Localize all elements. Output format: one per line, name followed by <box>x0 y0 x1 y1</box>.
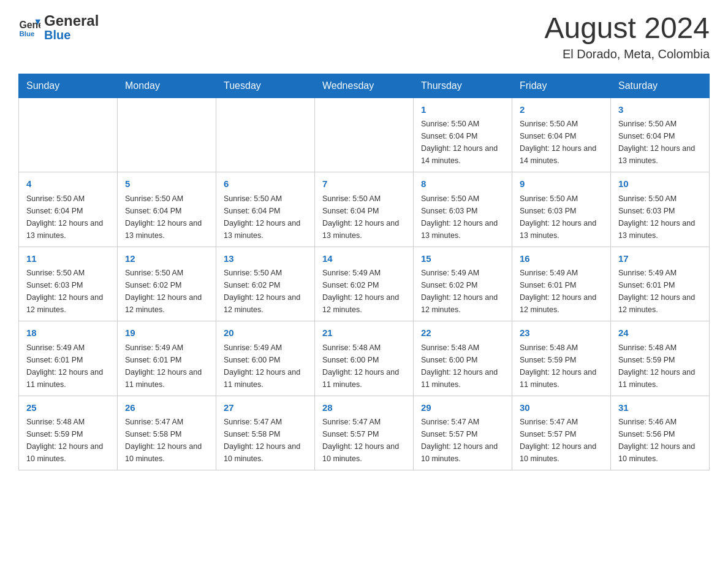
day-number: 14 <box>322 252 406 266</box>
day-info: Sunrise: 5:46 AM Sunset: 5:56 PM Dayligh… <box>618 416 702 465</box>
calendar-cell: 7Sunrise: 5:50 AM Sunset: 6:04 PM Daylig… <box>315 172 414 247</box>
day-number: 20 <box>224 326 307 340</box>
calendar-cell: 30Sunrise: 5:47 AM Sunset: 5:57 PM Dayli… <box>512 396 611 470</box>
day-info: Sunrise: 5:50 AM Sunset: 6:04 PM Dayligh… <box>322 193 406 242</box>
day-number: 4 <box>26 177 110 191</box>
day-info: Sunrise: 5:47 AM Sunset: 5:57 PM Dayligh… <box>322 416 406 465</box>
calendar-week-3: 11Sunrise: 5:50 AM Sunset: 6:03 PM Dayli… <box>19 247 710 321</box>
day-info: Sunrise: 5:50 AM Sunset: 6:04 PM Dayligh… <box>520 118 603 167</box>
day-number: 22 <box>421 326 504 340</box>
calendar-cell: 17Sunrise: 5:49 AM Sunset: 6:01 PM Dayli… <box>611 247 710 321</box>
day-info: Sunrise: 5:50 AM Sunset: 6:04 PM Dayligh… <box>421 118 504 167</box>
day-number: 16 <box>520 252 603 266</box>
day-number: 6 <box>224 177 307 191</box>
day-info: Sunrise: 5:49 AM Sunset: 6:01 PM Dayligh… <box>26 342 110 391</box>
day-number: 19 <box>125 326 208 340</box>
calendar-header-row: SundayMondayTuesdayWednesdayThursdayFrid… <box>19 74 710 98</box>
calendar-subtitle: El Dorado, Meta, Colombia <box>544 47 710 61</box>
logo-icon: General Blue <box>18 16 40 38</box>
day-info: Sunrise: 5:49 AM Sunset: 6:01 PM Dayligh… <box>520 267 603 316</box>
calendar-cell: 23Sunrise: 5:48 AM Sunset: 5:59 PM Dayli… <box>512 321 611 396</box>
title-section: August 2024 El Dorado, Meta, Colombia <box>544 12 710 61</box>
day-number: 7 <box>322 177 406 191</box>
day-number: 25 <box>26 401 110 415</box>
day-number: 3 <box>618 103 702 117</box>
calendar-cell: 26Sunrise: 5:47 AM Sunset: 5:58 PM Dayli… <box>118 396 216 470</box>
calendar-cell: 28Sunrise: 5:47 AM Sunset: 5:57 PM Dayli… <box>315 396 414 470</box>
calendar-cell: 20Sunrise: 5:49 AM Sunset: 6:00 PM Dayli… <box>216 321 315 396</box>
calendar-cell: 10Sunrise: 5:50 AM Sunset: 6:03 PM Dayli… <box>611 172 710 247</box>
calendar-cell: 16Sunrise: 5:49 AM Sunset: 6:01 PM Dayli… <box>512 247 611 321</box>
day-number: 10 <box>618 177 702 191</box>
calendar-cell <box>216 98 315 172</box>
logo: General Blue General Blue <box>18 12 99 42</box>
calendar-cell: 22Sunrise: 5:48 AM Sunset: 6:00 PM Dayli… <box>414 321 512 396</box>
calendar-cell: 24Sunrise: 5:48 AM Sunset: 5:59 PM Dayli… <box>611 321 710 396</box>
day-info: Sunrise: 5:50 AM Sunset: 6:03 PM Dayligh… <box>421 193 504 242</box>
day-info: Sunrise: 5:50 AM Sunset: 6:03 PM Dayligh… <box>26 267 110 316</box>
day-number: 18 <box>26 326 110 340</box>
calendar-table: SundayMondayTuesdayWednesdayThursdayFrid… <box>18 74 710 471</box>
day-number: 24 <box>618 326 702 340</box>
day-info: Sunrise: 5:50 AM Sunset: 6:02 PM Dayligh… <box>125 267 208 316</box>
calendar-cell: 1Sunrise: 5:50 AM Sunset: 6:04 PM Daylig… <box>414 98 512 172</box>
day-info: Sunrise: 5:50 AM Sunset: 6:04 PM Dayligh… <box>125 193 208 242</box>
calendar-title: August 2024 <box>544 12 710 45</box>
calendar-cell: 31Sunrise: 5:46 AM Sunset: 5:56 PM Dayli… <box>611 396 710 470</box>
day-number: 15 <box>421 252 504 266</box>
day-info: Sunrise: 5:48 AM Sunset: 6:00 PM Dayligh… <box>322 342 406 391</box>
day-number: 28 <box>322 401 406 415</box>
calendar-cell: 29Sunrise: 5:47 AM Sunset: 5:57 PM Dayli… <box>414 396 512 470</box>
day-info: Sunrise: 5:48 AM Sunset: 6:00 PM Dayligh… <box>421 342 504 391</box>
calendar-cell: 8Sunrise: 5:50 AM Sunset: 6:03 PM Daylig… <box>414 172 512 247</box>
day-number: 13 <box>224 252 307 266</box>
calendar-week-1: 1Sunrise: 5:50 AM Sunset: 6:04 PM Daylig… <box>19 98 710 172</box>
calendar-cell: 5Sunrise: 5:50 AM Sunset: 6:04 PM Daylig… <box>118 172 216 247</box>
day-info: Sunrise: 5:47 AM Sunset: 5:57 PM Dayligh… <box>520 416 603 465</box>
day-number: 27 <box>224 401 307 415</box>
page-header: General Blue General Blue August 2024 El… <box>18 12 710 61</box>
calendar-cell: 11Sunrise: 5:50 AM Sunset: 6:03 PM Dayli… <box>19 247 118 321</box>
day-number: 11 <box>26 252 110 266</box>
calendar-header-thursday: Thursday <box>414 74 512 98</box>
day-info: Sunrise: 5:49 AM Sunset: 6:01 PM Dayligh… <box>125 342 208 391</box>
day-info: Sunrise: 5:50 AM Sunset: 6:02 PM Dayligh… <box>224 267 307 316</box>
day-info: Sunrise: 5:50 AM Sunset: 6:04 PM Dayligh… <box>618 118 702 167</box>
day-info: Sunrise: 5:47 AM Sunset: 5:58 PM Dayligh… <box>224 416 307 465</box>
calendar-cell: 9Sunrise: 5:50 AM Sunset: 6:03 PM Daylig… <box>512 172 611 247</box>
day-number: 31 <box>618 401 702 415</box>
calendar-cell: 6Sunrise: 5:50 AM Sunset: 6:04 PM Daylig… <box>216 172 315 247</box>
day-info: Sunrise: 5:47 AM Sunset: 5:57 PM Dayligh… <box>421 416 504 465</box>
day-number: 5 <box>125 177 208 191</box>
calendar-cell <box>118 98 216 172</box>
calendar-cell: 15Sunrise: 5:49 AM Sunset: 6:02 PM Dayli… <box>414 247 512 321</box>
calendar-header-tuesday: Tuesday <box>216 74 315 98</box>
day-number: 12 <box>125 252 208 266</box>
day-number: 21 <box>322 326 406 340</box>
calendar-cell: 4Sunrise: 5:50 AM Sunset: 6:04 PM Daylig… <box>19 172 118 247</box>
calendar-header-sunday: Sunday <box>19 74 118 98</box>
day-info: Sunrise: 5:48 AM Sunset: 5:59 PM Dayligh… <box>520 342 603 391</box>
calendar-cell: 14Sunrise: 5:49 AM Sunset: 6:02 PM Dayli… <box>315 247 414 321</box>
calendar-cell: 27Sunrise: 5:47 AM Sunset: 5:58 PM Dayli… <box>216 396 315 470</box>
day-info: Sunrise: 5:50 AM Sunset: 6:03 PM Dayligh… <box>618 193 702 242</box>
day-info: Sunrise: 5:49 AM Sunset: 6:00 PM Dayligh… <box>224 342 307 391</box>
calendar-cell: 3Sunrise: 5:50 AM Sunset: 6:04 PM Daylig… <box>611 98 710 172</box>
day-info: Sunrise: 5:50 AM Sunset: 6:04 PM Dayligh… <box>26 193 110 242</box>
day-number: 29 <box>421 401 504 415</box>
calendar-cell <box>19 98 118 172</box>
day-number: 17 <box>618 252 702 266</box>
calendar-cell: 25Sunrise: 5:48 AM Sunset: 5:59 PM Dayli… <box>19 396 118 470</box>
day-number: 26 <box>125 401 208 415</box>
logo-blue: Blue <box>44 28 99 42</box>
day-number: 1 <box>421 103 504 117</box>
calendar-cell: 21Sunrise: 5:48 AM Sunset: 6:00 PM Dayli… <box>315 321 414 396</box>
calendar-cell: 13Sunrise: 5:50 AM Sunset: 6:02 PM Dayli… <box>216 247 315 321</box>
calendar-week-5: 25Sunrise: 5:48 AM Sunset: 5:59 PM Dayli… <box>19 396 710 470</box>
day-number: 8 <box>421 177 504 191</box>
calendar-cell: 19Sunrise: 5:49 AM Sunset: 6:01 PM Dayli… <box>118 321 216 396</box>
day-number: 30 <box>520 401 603 415</box>
day-info: Sunrise: 5:48 AM Sunset: 5:59 PM Dayligh… <box>618 342 702 391</box>
calendar-cell <box>315 98 414 172</box>
calendar-cell: 2Sunrise: 5:50 AM Sunset: 6:04 PM Daylig… <box>512 98 611 172</box>
